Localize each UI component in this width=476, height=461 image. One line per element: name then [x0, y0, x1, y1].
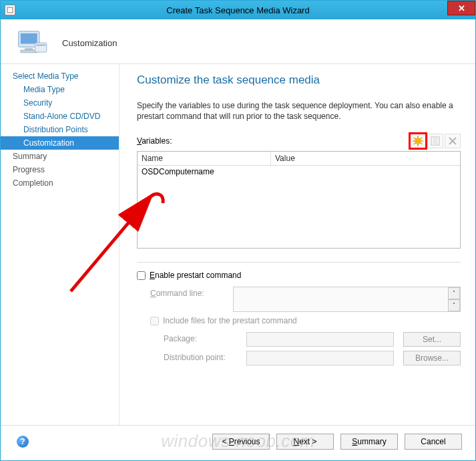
variables-toolbar: [410, 134, 461, 148]
wizard-window: Create Task Sequence Media Wizard ✕ Cust…: [0, 0, 476, 461]
set-button: Set...: [403, 332, 461, 347]
command-line-spinner: ˄ ˅: [448, 287, 460, 311]
distribution-point-input: [246, 351, 394, 365]
divider: [137, 262, 461, 263]
sidebar: Select Media Type Media Type Security St…: [1, 64, 120, 425]
svg-rect-6: [36, 44, 45, 45]
enable-prestart-label: Enable prestart command: [150, 271, 241, 280]
properties-icon: [431, 136, 440, 146]
include-files-label: Include files for the prestart command: [163, 316, 297, 325]
spin-up-icon[interactable]: ˄: [448, 287, 460, 299]
table-row[interactable]: OSDComputername: [138, 166, 460, 178]
content-pane: Customize the task sequence media Specif…: [120, 64, 475, 425]
app-icon: [5, 5, 15, 15]
next-button[interactable]: Next >: [276, 434, 334, 450]
page-instruction: Specify the variables to use during the …: [137, 100, 461, 122]
header-step-label: Customization: [62, 38, 117, 48]
columns: Select Media Type Media Type Security St…: [1, 64, 475, 425]
col-header-name[interactable]: Name: [138, 152, 271, 165]
svg-rect-3: [25, 48, 33, 50]
svg-marker-7: [413, 136, 423, 146]
package-label: Package:: [164, 332, 237, 343]
page-heading: Customize the task sequence media: [137, 73, 461, 87]
cell-name: OSDComputername: [138, 166, 271, 178]
delete-x-icon: [448, 136, 457, 146]
sidebar-item-customization[interactable]: Customization: [1, 136, 119, 150]
sidebar-item-summary[interactable]: Summary: [1, 150, 119, 163]
command-line-label: Command line:: [150, 287, 224, 298]
sidebar-item-select-media-type[interactable]: Select Media Type: [1, 69, 119, 83]
close-icon: ✕: [458, 3, 465, 13]
wizard-footer: ? < Previous Next > Summary Cancel: [1, 425, 475, 460]
enable-prestart-checkbox[interactable]: [137, 271, 146, 280]
sidebar-item-completion[interactable]: Completion: [1, 176, 119, 190]
help-icon: ?: [20, 437, 25, 446]
include-files-checkbox: [150, 317, 159, 325]
svg-rect-0: [7, 7, 13, 13]
distribution-point-label: Distribution point:: [164, 351, 237, 362]
svg-rect-5: [35, 43, 47, 52]
command-line-input: ˄ ˅: [233, 287, 461, 312]
sidebar-item-progress[interactable]: Progress: [1, 163, 119, 176]
sidebar-item-standalone-cd-dvd[interactable]: Stand-Alone CD/DVD: [1, 110, 119, 123]
list-header: Name Value: [138, 152, 460, 166]
header-strip: Customization: [1, 19, 475, 64]
window-title: Create Task Sequence Media Wizard: [1, 5, 475, 15]
variables-label: Variables:: [137, 136, 172, 146]
variables-row: Variables:: [137, 134, 461, 148]
package-row: Package: Set...: [164, 332, 461, 347]
enable-prestart-row: Enable prestart command: [137, 271, 461, 280]
package-input: [246, 332, 394, 347]
close-button[interactable]: ✕: [447, 1, 475, 15]
delete-variable-button[interactable]: [445, 134, 461, 148]
sidebar-item-distribution-points[interactable]: Distribution Points: [1, 123, 119, 136]
col-header-value[interactable]: Value: [271, 152, 460, 165]
summary-button[interactable]: Summary: [340, 434, 398, 450]
browse-button: Browse...: [403, 351, 461, 365]
previous-button[interactable]: < Previous: [212, 434, 270, 450]
help-button[interactable]: ?: [17, 436, 29, 448]
titlebar: Create Task Sequence Media Wizard ✕: [1, 1, 475, 19]
computer-icon: [15, 27, 49, 58]
command-line-row: Command line: ˄ ˅: [150, 287, 461, 312]
distribution-point-row: Distribution point: Browse...: [164, 351, 461, 365]
sidebar-item-security[interactable]: Security: [1, 96, 119, 110]
cancel-button[interactable]: Cancel: [405, 434, 462, 450]
wizard-body: Customization Select Media Type Media Ty…: [1, 19, 475, 460]
sidebar-item-media-type[interactable]: Media Type: [1, 83, 119, 96]
svg-rect-4: [21, 50, 37, 53]
include-files-row: Include files for the prestart command: [150, 316, 461, 325]
spin-down-icon[interactable]: ˅: [448, 299, 460, 311]
cell-value: [271, 166, 460, 178]
new-variable-button[interactable]: [410, 134, 426, 148]
starburst-icon: [413, 136, 423, 146]
variables-list[interactable]: Name Value OSDComputername: [137, 151, 461, 249]
svg-rect-2: [21, 33, 37, 44]
edit-variable-button[interactable]: [427, 134, 443, 148]
